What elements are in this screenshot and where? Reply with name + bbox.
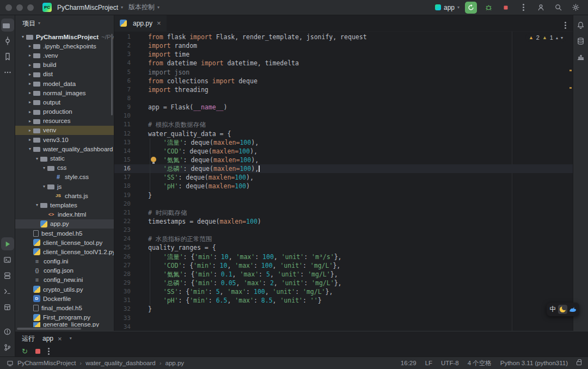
tool-terminal-button[interactable] <box>1 285 14 298</box>
chevron-collapsed-icon[interactable]: ▸ <box>27 63 33 67</box>
chevron-collapsed-icon[interactable]: ▸ <box>27 81 33 86</box>
tool-run-button[interactable] <box>1 237 14 250</box>
chevron-collapsed-icon[interactable]: ▸ <box>27 137 33 142</box>
search-everywhere-button[interactable] <box>552 2 564 14</box>
tree-item-final_model.h5[interactable]: final_model.h5 <box>15 303 114 312</box>
prev-problem-icon[interactable]: ▴ <box>556 35 558 40</box>
code-editor[interactable]: 1from flask import Flask, render_templat… <box>114 32 573 331</box>
code-line-27[interactable]: 27 'COD': {'min': 10, 'max': 100, 'unit'… <box>114 261 573 270</box>
code-line-5[interactable]: 5import json <box>114 68 573 77</box>
code-line-4[interactable]: 4from datetime import datetime, timedelt… <box>114 59 573 67</box>
code-line-15[interactable]: 15 '氨氮': deque(maxlen=100), <box>114 156 573 164</box>
chevron-expanded-icon[interactable]: ▾ <box>27 146 33 151</box>
chevron-collapsed-icon[interactable]: ▸ <box>27 100 33 104</box>
bird-icon[interactable] <box>569 306 577 313</box>
close-tab-icon[interactable]: × <box>157 19 161 27</box>
run-tabs-chevron-icon[interactable]: ▾ <box>70 336 72 341</box>
run-configuration-selector[interactable]: app ▾ <box>435 4 460 11</box>
tree-item-PyCharmMiscProject[interactable]: ▾PyCharmMiscProject~/PyCh... <box>15 32 114 41</box>
settings-button[interactable] <box>569 2 581 14</box>
tree-item-.ipynb_checkpoints[interactable]: ▸.ipynb_checkpoints <box>15 41 114 51</box>
notifications-button[interactable] <box>574 19 587 32</box>
tab-app-py[interactable]: app.py × <box>114 15 167 32</box>
chevron-collapsed-icon[interactable]: ▸ <box>27 53 33 58</box>
code-line-23[interactable]: 23 <box>114 226 573 235</box>
tool-version-control-button[interactable] <box>1 341 14 354</box>
chevron-collapsed-icon[interactable]: ▸ <box>27 109 33 114</box>
code-line-3[interactable]: 3import time <box>114 50 573 59</box>
vcs-menu[interactable]: 版本控制 ▾ <box>128 3 160 12</box>
code-line-30[interactable]: 30 'SS': {'min': 5, 'max': 100, 'unit': … <box>114 287 573 296</box>
debug-button[interactable] <box>482 2 494 14</box>
code-line-12[interactable]: 12water_quality_data = { <box>114 130 573 138</box>
inspections-widget[interactable]: ▲ 2 ▲ 1 ▴ ▾ <box>525 33 566 42</box>
code-line-25[interactable]: 25quality_ranges = { <box>114 243 573 252</box>
cursor-position-widget[interactable]: 16:29 <box>401 360 416 366</box>
code-line-24[interactable]: 24# 水质指标的正常范围 <box>114 235 573 243</box>
tool-profiler-button[interactable] <box>574 50 587 63</box>
rerun-button[interactable] <box>465 2 477 14</box>
tree-item-best_model.h5[interactable]: best_model.h5 <box>15 229 114 238</box>
tree-item-build[interactable]: ▸build <box>15 60 114 70</box>
tool-project-button[interactable] <box>1 19 14 32</box>
tree-item-css[interactable]: ▾css <box>15 163 114 173</box>
chevron-collapsed-icon[interactable]: ▸ <box>27 90 33 95</box>
code-line-17[interactable]: 17 'SS': deque(maxlen=100), <box>114 173 573 182</box>
code-line-16[interactable]: 16 '总磷': deque(maxlen=100), <box>114 164 573 173</box>
tree-item-config_new.ini[interactable]: config_new.ini <box>15 275 114 285</box>
tree-item-production[interactable]: ▸production <box>15 107 114 116</box>
tree-item-index.html[interactable]: index.html <box>15 210 114 219</box>
tab-options-button[interactable] <box>565 19 566 28</box>
tree-item-client_license_toolV1.2.py[interactable]: client_license_toolV1.2.py <box>15 247 114 256</box>
close-run-tab-icon[interactable]: × <box>58 335 62 343</box>
tree-item-generate_license.py[interactable]: generate_license.py <box>15 322 114 327</box>
tree-item-water_quality_dashboard[interactable]: ▾water_quality_dashboard <box>15 144 114 153</box>
tool-python-console-button[interactable] <box>1 253 14 266</box>
tree-item-normal_images[interactable]: ▸normal_images <box>15 88 114 97</box>
zoom-window-button[interactable] <box>27 4 34 11</box>
code-line-1[interactable]: 1from flask import Flask, render_templat… <box>114 33 573 41</box>
rerun-app-icon[interactable]: ↻ <box>22 348 28 355</box>
breadcrumb-project[interactable]: PyCharmMiscProject <box>17 360 76 366</box>
tree-item-config.json[interactable]: config.json <box>15 266 114 275</box>
chevron-collapsed-icon[interactable]: ▸ <box>27 72 33 77</box>
tool-commit-button[interactable] <box>1 34 14 47</box>
stop-button[interactable] <box>500 2 512 14</box>
tool-database-button[interactable] <box>574 34 587 47</box>
ime-moon-option[interactable] <box>558 305 567 314</box>
code-line-33[interactable]: 33 <box>114 314 573 323</box>
tree-item-.venv[interactable]: ▸.venv <box>15 51 114 60</box>
tree-item-venv3.10[interactable]: ▸venv3.10 <box>15 135 114 144</box>
encoding-widget[interactable]: UTF-8 <box>441 360 459 366</box>
code-line-6[interactable]: 6from collections import deque <box>114 77 573 85</box>
chevron-expanded-icon[interactable]: ▾ <box>20 34 26 39</box>
code-line-21[interactable]: 21# 时间戳存储 <box>114 208 573 217</box>
tool-python-packages-button[interactable] <box>1 300 14 313</box>
tree-item-style.css[interactable]: style.css <box>15 173 114 182</box>
code-line-10[interactable]: 10 <box>114 112 573 120</box>
chevron-collapsed-icon[interactable]: ▸ <box>27 119 33 124</box>
run-more-options-icon[interactable] <box>48 350 50 352</box>
code-line-8[interactable]: 8 <box>114 94 573 103</box>
breadcrumb-folder[interactable]: water_quality_dashboard <box>85 360 156 366</box>
code-with-me-button[interactable] <box>535 2 547 14</box>
tree-item-model_data[interactable]: ▸model_data <box>15 79 114 88</box>
code-line-9[interactable]: 9app = Flask(__name__) <box>114 103 573 112</box>
code-line-14[interactable]: 14 'COD': deque(maxlen=100), <box>114 147 573 156</box>
code-line-7[interactable]: 7import threading <box>114 85 573 94</box>
stop-app-icon[interactable] <box>35 349 40 354</box>
code-line-19[interactable]: 19} <box>114 191 573 200</box>
tree-item-venv[interactable]: ▸venv <box>15 126 114 135</box>
chevron-collapsed-icon[interactable]: ▸ <box>27 128 33 133</box>
tree-item-First_program.py[interactable]: First_program.py <box>15 313 114 322</box>
code-line-31[interactable]: 31 'pH': {'min': 6.5, 'max': 8.5, 'unit'… <box>114 296 573 305</box>
project-name-menu[interactable]: PyCharmMiscProject ▾ <box>57 4 123 11</box>
tree-item-config.ini[interactable]: config.ini <box>15 257 114 266</box>
code-line-32[interactable]: 32} <box>114 305 573 313</box>
readonly-lock-icon[interactable] <box>577 361 581 365</box>
chevron-expanded-icon[interactable]: ▾ <box>34 202 40 207</box>
code-line-34[interactable]: 34 <box>114 323 573 331</box>
tree-item-Dockerfile[interactable]: Dockerfile <box>15 294 114 303</box>
tree-item-templates[interactable]: ▾templates <box>15 200 114 210</box>
indent-widget[interactable]: 4 个空格 <box>468 359 492 367</box>
